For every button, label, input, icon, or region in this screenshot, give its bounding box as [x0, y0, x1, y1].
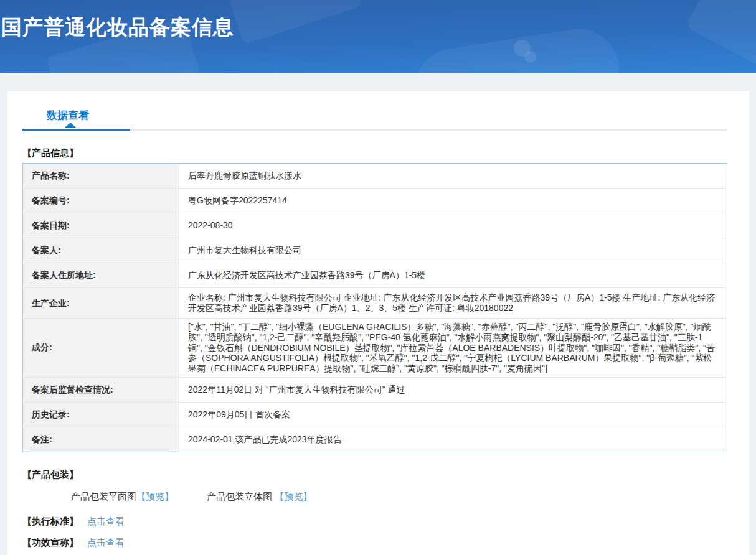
row-value: 广东从化经济开发区高技术产业园荔香路39号（厂房A）1-5楼	[179, 263, 727, 288]
row-label: 备案后监督检查情况:	[23, 377, 179, 402]
table-row-manufacturer: 生产企业: 企业名称: 广州市复大生物科技有限公司 企业地址: 广东从化经济开发…	[23, 288, 727, 319]
standard-row: 【执行标准】点击查看	[22, 516, 727, 528]
page-banner: 国产普通化妆品备案信息	[0, 0, 756, 73]
table-row-ingredients: 成分: ["水", "甘油", "丁二醇", "细小裸藻（EUGLENA GRA…	[23, 319, 727, 378]
row-label: 成分:	[23, 319, 179, 378]
efficacy-row: 【功效宣称】点击查看	[22, 537, 727, 549]
efficacy-view-link[interactable]: 点击查看	[87, 537, 125, 548]
row-value: 2022-08-30	[179, 213, 727, 238]
flat-preview-link[interactable]: 【预览】	[136, 491, 174, 501]
row-label: 生产企业:	[23, 288, 179, 319]
row-label: 历史记录:	[23, 402, 179, 427]
tab-data-view[interactable]: 数据查看	[47, 108, 89, 123]
row-label: 产品名称:	[23, 164, 179, 189]
banner-decoration-circle	[524, 51, 536, 63]
row-value: 企业名称: 广州市复大生物科技有限公司 企业地址: 广东从化经济开发区高技术产业…	[179, 288, 727, 319]
section-title-standard: 【执行标准】	[22, 516, 78, 526]
packaging-stereo-label: 产品包装立体图	[207, 491, 272, 501]
stereo-preview-link[interactable]: 【预览】	[275, 491, 312, 501]
packaging-row: 产品包装平面图【预览】 产品包装立体图 【预览】	[71, 491, 727, 503]
table-row-supervision-check: 备案后监督检查情况: 2022年11月02日 对 “广州市复大生物科技有限公司”…	[23, 377, 727, 402]
standard-view-link[interactable]: 点击查看	[87, 516, 125, 526]
table-row-registration-number: 备案编号: 粤G妆网备字2022257414	[23, 189, 727, 213]
section-title-product-info: 【产品信息】	[22, 147, 727, 159]
row-label: 备案人住所地址:	[23, 263, 179, 288]
row-value: 2024-02-01,该产品已完成2023年度报告	[179, 427, 727, 452]
table-row-registration-date: 备案日期: 2022-08-30	[23, 213, 727, 238]
row-value: 2022年09月05日 首次备案	[179, 402, 727, 427]
row-value: ["水", "甘油", "丁二醇", "细小裸藻（EUGLENA GRACILI…	[179, 319, 727, 378]
row-label: 备案人:	[23, 238, 179, 263]
table-row-registrant: 备案人: 广州市复大生物科技有限公司	[23, 238, 727, 263]
row-value: 2022年11月02日 对 “广州市复大生物科技有限公司” 通过	[179, 377, 727, 402]
product-info-table: 产品名称: 后率丹鹿骨胶原蓝铜肽水漾水 备案编号: 粤G妆网备字20222574…	[22, 163, 727, 452]
section-title-efficacy: 【功效宣称】	[22, 537, 78, 548]
tab-bar: 数据查看	[22, 108, 727, 131]
table-row-product-name: 产品名称: 后率丹鹿骨胶原蓝铜肽水漾水	[23, 164, 727, 189]
row-label: 备注:	[23, 427, 179, 452]
section-title-packaging: 【产品包装】	[22, 469, 727, 481]
tab-active-underline	[22, 129, 130, 131]
row-value: 后率丹鹿骨胶原蓝铜肽水漾水	[179, 164, 727, 189]
tab-data-view-label: 数据查看	[47, 110, 89, 121]
tab-active-arrow-icon	[65, 123, 76, 128]
table-row-history: 历史记录: 2022年09月05日 首次备案	[23, 402, 727, 427]
row-label: 备案日期:	[23, 213, 179, 238]
page-title: 国产普通化妆品备案信息	[0, 0, 756, 42]
row-value: 粤G妆网备字2022257414	[179, 189, 727, 213]
table-row-remarks: 备注: 2024-02-01,该产品已完成2023年度报告	[23, 427, 727, 452]
content-card: 数据查看 【产品信息】 产品名称: 后率丹鹿骨胶原蓝铜肽水漾水 备案编号: 粤G…	[7, 91, 749, 555]
row-value: 广州市复大生物科技有限公司	[179, 238, 727, 263]
table-row-registrant-address: 备案人住所地址: 广东从化经济开发区高技术产业园荔香路39号（厂房A）1-5楼	[23, 263, 727, 288]
packaging-flat-label: 产品包装平面图	[71, 491, 136, 501]
row-label: 备案编号:	[23, 189, 179, 213]
